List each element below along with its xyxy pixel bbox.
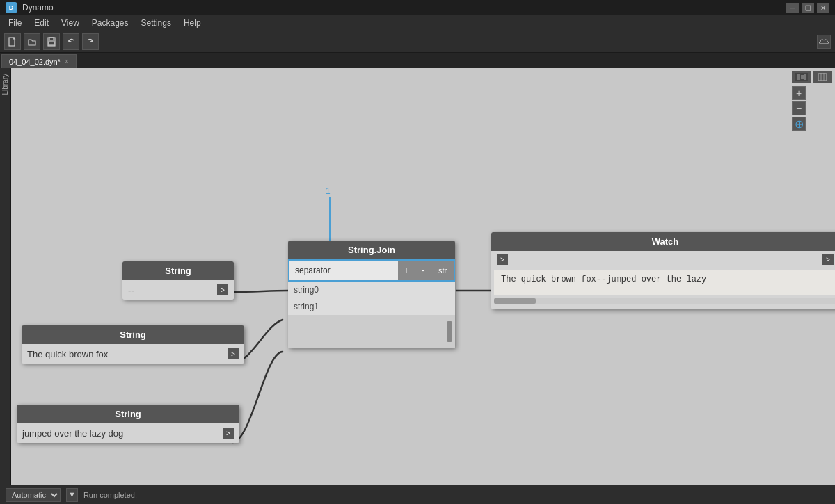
svg-rect-2 bbox=[49, 38, 54, 40]
minimize-button[interactable]: ─ bbox=[786, 3, 799, 13]
sidebar-library-label: Library bbox=[1, 74, 9, 95]
run-status-text: Run completed. bbox=[84, 491, 137, 499]
string-node-3-value: jumped over the lazy dog bbox=[22, 428, 217, 439]
statusbar: Automatic ▼ Run completed. bbox=[0, 485, 835, 504]
stringjoin-scroll-area bbox=[288, 315, 455, 348]
stringjoin-body: separator + - str string0 string1 bbox=[288, 259, 455, 348]
new-button[interactable] bbox=[4, 33, 21, 50]
zoom-in-button[interactable]: + bbox=[792, 86, 806, 100]
string-node-2: String The quick brown fox > bbox=[22, 325, 244, 364]
stringjoin-add-button[interactable]: + bbox=[398, 261, 415, 280]
menu-view[interactable]: View bbox=[56, 17, 85, 29]
string-node-3-header: String bbox=[17, 405, 239, 423]
watch-header: Watch bbox=[491, 232, 835, 251]
app-title: Dynamo bbox=[22, 3, 54, 13]
toolbar bbox=[0, 31, 835, 53]
svg-rect-3 bbox=[49, 42, 54, 45]
string-node-2-body: The quick brown fox > bbox=[22, 344, 244, 364]
stringjoin-separator-label: separator bbox=[289, 263, 398, 278]
watch-port-out[interactable]: > bbox=[822, 254, 834, 265]
open-button[interactable] bbox=[24, 33, 40, 50]
undo-button[interactable] bbox=[63, 33, 79, 50]
stringjoin-count-label: 1 bbox=[326, 186, 331, 196]
watch-body: > > The quick brown fox--jumped over the… bbox=[491, 251, 835, 309]
tab-label: 04_04_02.dyn* bbox=[9, 58, 61, 66]
fit-view-icon[interactable] bbox=[813, 71, 832, 83]
left-sidebar: Library bbox=[0, 68, 11, 485]
main-layout: Library 1 String -- > Str bbox=[0, 68, 835, 485]
menu-file[interactable]: File bbox=[3, 17, 27, 29]
string-node-2-header: String bbox=[22, 325, 244, 344]
run-mode-select[interactable]: Automatic bbox=[6, 488, 61, 502]
stringjoin-node: String.Join separator + - str string0 st… bbox=[288, 241, 455, 348]
menu-help[interactable]: Help bbox=[178, 17, 207, 29]
redo-button[interactable] bbox=[82, 33, 99, 50]
svg-rect-7 bbox=[801, 75, 804, 79]
string-node-3-port-out[interactable]: > bbox=[223, 428, 234, 439]
toolbar-cloud-icon[interactable] bbox=[817, 35, 831, 49]
tab-close-button[interactable]: × bbox=[65, 58, 69, 65]
app-icon: D bbox=[6, 2, 17, 13]
canvas[interactable]: 1 String -- > String The quick brown fox… bbox=[11, 68, 835, 485]
zoom-home-button[interactable]: ⊕ bbox=[792, 117, 806, 131]
active-tab[interactable]: 04_04_02.dyn* × bbox=[1, 54, 77, 68]
string-node-1-port-out[interactable]: > bbox=[217, 284, 228, 295]
tabbar: 04_04_02.dyn* × bbox=[0, 53, 835, 68]
watch-footer bbox=[491, 305, 835, 309]
string-node-2-port-out[interactable]: > bbox=[228, 348, 239, 359]
watch-output-row: > > bbox=[491, 251, 835, 268]
zoom-controls: + − ⊕ bbox=[792, 71, 832, 131]
stringjoin-string1-row: string1 bbox=[288, 298, 455, 315]
string-node-3-body: jumped over the lazy dog > bbox=[17, 423, 239, 443]
string-node-2-value: The quick brown fox bbox=[27, 349, 222, 359]
string-node-3: String jumped over the lazy dog > bbox=[17, 405, 239, 443]
menu-settings[interactable]: Settings bbox=[136, 17, 177, 29]
string-node-1: String -- > bbox=[122, 261, 234, 300]
menu-packages[interactable]: Packages bbox=[86, 17, 134, 29]
stringjoin-scrollbar[interactable] bbox=[447, 321, 452, 342]
watch-scrollbar[interactable] bbox=[494, 298, 835, 304]
run-dropdown-button[interactable]: ▼ bbox=[66, 488, 78, 502]
restore-button[interactable]: ❑ bbox=[802, 3, 814, 13]
window-controls: ─ ❑ ✕ bbox=[786, 3, 829, 13]
svg-rect-8 bbox=[804, 74, 806, 80]
string-node-1-body: -- > bbox=[122, 280, 234, 300]
svg-rect-9 bbox=[818, 74, 827, 81]
stringjoin-header: String.Join bbox=[288, 241, 455, 259]
stringjoin-str-port[interactable]: str bbox=[431, 261, 454, 280]
save-button[interactable] bbox=[43, 33, 60, 50]
map-icons-row bbox=[792, 71, 832, 83]
zoom-out-button[interactable]: − bbox=[792, 101, 806, 115]
stringjoin-string0-row: string0 bbox=[288, 282, 455, 298]
string-node-1-header: String bbox=[122, 261, 234, 280]
watch-node: Watch > > The quick brown fox--jumped ov… bbox=[491, 232, 835, 309]
close-button[interactable]: ✕ bbox=[817, 3, 829, 13]
stringjoin-separator-row: separator + - str bbox=[288, 259, 455, 282]
svg-rect-6 bbox=[797, 74, 800, 80]
map-icon[interactable] bbox=[792, 71, 811, 83]
menubar: File Edit View Packages Settings Help bbox=[0, 15, 835, 31]
watch-port-in[interactable]: > bbox=[497, 254, 508, 265]
titlebar: D Dynamo ─ ❑ ✕ bbox=[0, 0, 835, 15]
stringjoin-minus-button[interactable]: - bbox=[415, 261, 431, 280]
string-node-1-value: -- bbox=[128, 285, 212, 295]
watch-scrollbar-thumb[interactable] bbox=[494, 298, 536, 304]
watch-result-area: The quick brown fox--jumped over the laz… bbox=[494, 270, 835, 295]
menu-edit[interactable]: Edit bbox=[29, 17, 54, 29]
